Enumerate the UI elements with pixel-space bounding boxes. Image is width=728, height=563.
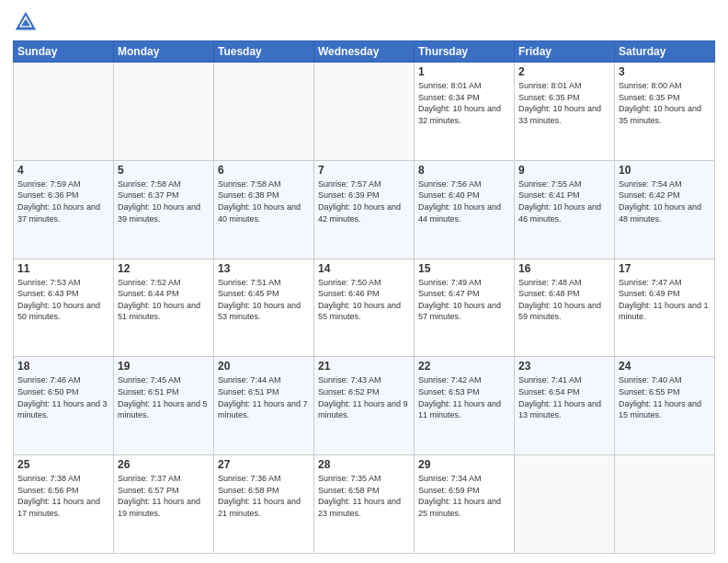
calendar-week-row: 1Sunrise: 8:01 AM Sunset: 6:34 PM Daylig… [14,63,715,161]
day-number: 13 [218,262,310,275]
calendar-week-row: 18Sunrise: 7:46 AM Sunset: 6:50 PM Dayli… [14,357,715,455]
calendar-day-cell: 1Sunrise: 8:01 AM Sunset: 6:34 PM Daylig… [415,63,515,161]
day-info: Sunrise: 7:48 AM Sunset: 6:48 PM Dayligh… [518,277,610,323]
day-number: 23 [518,360,610,373]
day-number: 11 [17,262,109,275]
day-info: Sunrise: 8:00 AM Sunset: 6:35 PM Dayligh… [619,80,711,126]
day-number: 10 [619,164,711,177]
day-number: 26 [118,458,210,471]
calendar-day-cell: 22Sunrise: 7:42 AM Sunset: 6:53 PM Dayli… [415,357,515,455]
day-info: Sunrise: 7:40 AM Sunset: 6:55 PM Dayligh… [619,374,711,420]
day-info: Sunrise: 7:45 AM Sunset: 6:51 PM Dayligh… [118,374,210,420]
day-number: 21 [318,360,410,373]
calendar-day-cell: 6Sunrise: 7:58 AM Sunset: 6:38 PM Daylig… [214,160,314,259]
calendar-day-cell: 4Sunrise: 7:59 AM Sunset: 6:36 PM Daylig… [14,160,114,259]
day-info: Sunrise: 7:57 AM Sunset: 6:39 PM Dayligh… [318,178,410,224]
calendar-day-cell: 20Sunrise: 7:44 AM Sunset: 6:51 PM Dayli… [214,357,314,455]
day-number: 5 [118,164,210,177]
day-info: Sunrise: 7:42 AM Sunset: 6:53 PM Dayligh… [418,374,510,420]
calendar-day-cell: 17Sunrise: 7:47 AM Sunset: 6:49 PM Dayli… [615,259,715,357]
calendar-day-header: Saturday [615,41,715,63]
day-info: Sunrise: 7:56 AM Sunset: 6:40 PM Dayligh… [418,178,510,224]
calendar-week-row: 25Sunrise: 7:38 AM Sunset: 6:56 PM Dayli… [14,455,715,554]
calendar-day-cell: 9Sunrise: 7:55 AM Sunset: 6:41 PM Daylig… [515,160,615,259]
logo [13,9,42,35]
day-info: Sunrise: 7:36 AM Sunset: 6:58 PM Dayligh… [218,473,310,519]
day-info: Sunrise: 7:35 AM Sunset: 6:58 PM Dayligh… [318,473,410,519]
day-number: 7 [318,164,410,177]
day-info: Sunrise: 7:41 AM Sunset: 6:54 PM Dayligh… [518,374,610,420]
day-number: 15 [418,262,510,275]
page-header [13,9,715,35]
day-number: 6 [218,164,310,177]
calendar-day-header: Wednesday [314,41,415,63]
day-number: 22 [418,360,510,373]
day-number: 29 [418,458,510,471]
calendar-day-cell: 2Sunrise: 8:01 AM Sunset: 6:35 PM Daylig… [515,63,615,161]
calendar-day-cell: 27Sunrise: 7:36 AM Sunset: 6:58 PM Dayli… [214,455,314,554]
day-info: Sunrise: 7:43 AM Sunset: 6:52 PM Dayligh… [318,374,410,420]
day-info: Sunrise: 7:38 AM Sunset: 6:56 PM Dayligh… [17,473,109,519]
calendar-day-header: Tuesday [214,41,314,63]
calendar-day-cell [615,455,715,554]
calendar-day-header: Sunday [14,41,114,63]
day-number: 12 [118,262,210,275]
day-number: 16 [518,262,610,275]
calendar-day-cell: 25Sunrise: 7:38 AM Sunset: 6:56 PM Dayli… [14,455,114,554]
day-number: 14 [318,262,410,275]
calendar-day-cell [515,455,615,554]
calendar-day-cell: 15Sunrise: 7:49 AM Sunset: 6:47 PM Dayli… [415,259,515,357]
calendar-day-cell: 8Sunrise: 7:56 AM Sunset: 6:40 PM Daylig… [415,160,515,259]
day-number: 2 [518,65,610,78]
day-number: 27 [218,458,310,471]
day-number: 3 [619,65,711,78]
calendar-day-cell: 7Sunrise: 7:57 AM Sunset: 6:39 PM Daylig… [314,160,415,259]
day-info: Sunrise: 7:34 AM Sunset: 6:59 PM Dayligh… [418,473,510,519]
calendar-day-cell [14,63,114,161]
calendar-day-cell: 3Sunrise: 8:00 AM Sunset: 6:35 PM Daylig… [615,63,715,161]
day-info: Sunrise: 7:53 AM Sunset: 6:43 PM Dayligh… [17,277,109,323]
calendar-day-cell: 18Sunrise: 7:46 AM Sunset: 6:50 PM Dayli… [14,357,114,455]
day-number: 8 [418,164,510,177]
calendar-day-cell: 19Sunrise: 7:45 AM Sunset: 6:51 PM Dayli… [114,357,214,455]
day-info: Sunrise: 7:46 AM Sunset: 6:50 PM Dayligh… [17,374,109,420]
day-info: Sunrise: 7:50 AM Sunset: 6:46 PM Dayligh… [318,277,410,323]
calendar-day-cell: 21Sunrise: 7:43 AM Sunset: 6:52 PM Dayli… [314,357,415,455]
calendar-day-cell [114,63,214,161]
calendar-day-cell: 24Sunrise: 7:40 AM Sunset: 6:55 PM Dayli… [615,357,715,455]
calendar-day-cell: 26Sunrise: 7:37 AM Sunset: 6:57 PM Dayli… [114,455,214,554]
day-number: 1 [418,65,510,78]
calendar-day-header: Monday [114,41,214,63]
calendar-day-cell: 12Sunrise: 7:52 AM Sunset: 6:44 PM Dayli… [114,259,214,357]
day-number: 17 [619,262,711,275]
day-number: 25 [17,458,109,471]
calendar-day-header: Friday [515,41,615,63]
day-info: Sunrise: 7:44 AM Sunset: 6:51 PM Dayligh… [218,374,310,420]
calendar-week-row: 4Sunrise: 7:59 AM Sunset: 6:36 PM Daylig… [14,160,715,259]
day-number: 20 [218,360,310,373]
calendar-day-cell: 16Sunrise: 7:48 AM Sunset: 6:48 PM Dayli… [515,259,615,357]
calendar-day-cell: 28Sunrise: 7:35 AM Sunset: 6:58 PM Dayli… [314,455,415,554]
day-info: Sunrise: 7:49 AM Sunset: 6:47 PM Dayligh… [418,277,510,323]
day-info: Sunrise: 7:47 AM Sunset: 6:49 PM Dayligh… [619,277,711,323]
day-info: Sunrise: 7:58 AM Sunset: 6:38 PM Dayligh… [218,178,310,224]
day-info: Sunrise: 7:54 AM Sunset: 6:42 PM Dayligh… [619,178,711,224]
day-info: Sunrise: 7:58 AM Sunset: 6:37 PM Dayligh… [118,178,210,224]
day-info: Sunrise: 7:52 AM Sunset: 6:44 PM Dayligh… [118,277,210,323]
calendar-day-cell: 10Sunrise: 7:54 AM Sunset: 6:42 PM Dayli… [615,160,715,259]
calendar-day-cell [314,63,415,161]
day-info: Sunrise: 8:01 AM Sunset: 6:35 PM Dayligh… [518,80,610,126]
calendar-table: SundayMondayTuesdayWednesdayThursdayFrid… [13,40,715,554]
day-info: Sunrise: 8:01 AM Sunset: 6:34 PM Dayligh… [418,80,510,126]
day-number: 4 [17,164,109,177]
calendar-day-cell: 11Sunrise: 7:53 AM Sunset: 6:43 PM Dayli… [14,259,114,357]
calendar-day-cell: 29Sunrise: 7:34 AM Sunset: 6:59 PM Dayli… [415,455,515,554]
day-info: Sunrise: 7:55 AM Sunset: 6:41 PM Dayligh… [518,178,610,224]
calendar-day-cell: 5Sunrise: 7:58 AM Sunset: 6:37 PM Daylig… [114,160,214,259]
day-number: 19 [118,360,210,373]
logo-icon [13,9,39,35]
calendar-day-cell: 13Sunrise: 7:51 AM Sunset: 6:45 PM Dayli… [214,259,314,357]
calendar-week-row: 11Sunrise: 7:53 AM Sunset: 6:43 PM Dayli… [14,259,715,357]
day-info: Sunrise: 7:59 AM Sunset: 6:36 PM Dayligh… [17,178,109,224]
day-number: 24 [619,360,711,373]
